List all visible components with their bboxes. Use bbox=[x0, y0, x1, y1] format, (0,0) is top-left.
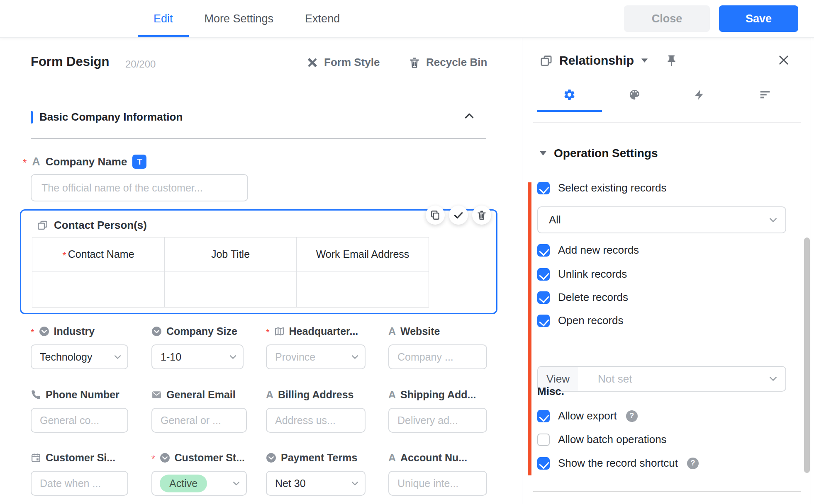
required-asterisk: * bbox=[266, 327, 270, 338]
shipping-address-input[interactable]: Delivery ad... bbox=[388, 408, 487, 433]
checkbox[interactable] bbox=[537, 410, 550, 422]
chevron-down-icon bbox=[229, 355, 236, 359]
form-style-button[interactable]: Form Style bbox=[306, 56, 380, 69]
checkbox-row-add-new-records[interactable]: Add new records bbox=[537, 244, 639, 257]
view-selector-dropdown[interactable]: View Not set bbox=[537, 366, 786, 392]
customer-status-dropdown[interactable]: Active bbox=[151, 471, 247, 496]
tab-advanced[interactable] bbox=[732, 79, 797, 110]
recycle-bin-button[interactable]: Recycle Bin bbox=[408, 56, 487, 69]
panel-header: Relationship bbox=[540, 53, 678, 68]
account-number-input[interactable]: Unique inte... bbox=[388, 471, 487, 496]
required-asterisk: * bbox=[31, 327, 34, 338]
billing-address-input[interactable]: Address us... bbox=[266, 408, 366, 433]
sort-bars-icon bbox=[759, 88, 771, 101]
misc-section-title: Misc. bbox=[537, 385, 564, 398]
checkbox[interactable] bbox=[537, 268, 550, 281]
contact-person-table: * Contact Name Job Title Work Email Addr… bbox=[32, 237, 429, 308]
pin-panel-icon[interactable] bbox=[665, 54, 678, 67]
tab-more-settings[interactable]: More Settings bbox=[189, 0, 290, 37]
field-customer-status: * Customer St... Active bbox=[151, 451, 247, 496]
top-bar: Edit More Settings Extend Close Save bbox=[0, 0, 814, 38]
single-select-icon bbox=[266, 453, 276, 463]
save-button[interactable]: Save bbox=[719, 5, 798, 32]
customer-since-date-input[interactable]: Date when ... bbox=[31, 471, 128, 496]
checkbox[interactable] bbox=[537, 182, 550, 194]
field-switcher-caret-down-icon[interactable] bbox=[641, 58, 648, 63]
industry-dropdown[interactable]: Technology bbox=[31, 344, 128, 369]
chevron-down-icon bbox=[769, 376, 777, 381]
general-email-input[interactable]: General or ... bbox=[151, 408, 247, 433]
tab-automation[interactable] bbox=[667, 79, 732, 110]
field-company-size: Company Size 1-10 bbox=[151, 325, 244, 369]
form-builder-window: Edit More Settings Extend Close Save For… bbox=[0, 0, 814, 504]
text-field-type-icon: A bbox=[388, 325, 396, 337]
checkbox-row-select-existing-records[interactable]: Select existing records bbox=[537, 182, 667, 194]
modified-settings-indicator-bar bbox=[528, 182, 531, 475]
checkbox-row-delete-records[interactable]: Delete records bbox=[537, 291, 628, 304]
website-input[interactable]: Company ... bbox=[388, 344, 487, 369]
map-icon bbox=[274, 326, 285, 337]
checkbox[interactable] bbox=[537, 457, 550, 470]
calendar-icon bbox=[31, 453, 41, 463]
field-action-buttons bbox=[426, 206, 491, 225]
chevron-down-icon bbox=[233, 481, 240, 486]
chevron-down-icon bbox=[769, 218, 777, 223]
table-header-work-email: Work Email Address bbox=[297, 237, 429, 271]
checkbox-row-unlink-records[interactable]: Unlink records bbox=[537, 268, 627, 281]
text-field-type-icon: A bbox=[388, 452, 396, 464]
title-field-badge: T bbox=[132, 155, 146, 169]
tab-edit[interactable]: Edit bbox=[138, 0, 189, 37]
single-select-icon bbox=[39, 326, 49, 337]
field-phone-number: Phone Number General co... bbox=[31, 388, 128, 433]
chevron-down-icon bbox=[351, 355, 358, 359]
checkbox-row-allow-batch-operations[interactable]: Allow batch operations bbox=[537, 433, 667, 446]
company-name-input[interactable]: The official name of the customer... bbox=[31, 174, 248, 201]
tab-appearance[interactable] bbox=[602, 79, 667, 110]
operation-settings-header[interactable]: Operation Settings bbox=[540, 147, 658, 160]
check-icon bbox=[453, 210, 464, 220]
chevron-down-icon bbox=[114, 355, 121, 359]
single-select-icon bbox=[160, 453, 170, 463]
checkbox[interactable] bbox=[537, 244, 550, 257]
relationship-field-icon bbox=[540, 54, 553, 67]
scrollbar-track-line bbox=[811, 0, 811, 504]
relationship-field-icon bbox=[37, 220, 48, 231]
record-scope-dropdown[interactable]: All bbox=[537, 206, 786, 233]
checkbox-row-open-records[interactable]: Open records bbox=[537, 314, 624, 327]
form-design-panel: Form Design 20/200 Form Style Recycle Bi… bbox=[0, 38, 522, 504]
lightning-icon bbox=[694, 89, 706, 101]
content-divider bbox=[533, 122, 801, 123]
checkbox[interactable] bbox=[537, 434, 550, 446]
required-asterisk: * bbox=[23, 158, 27, 168]
close-button[interactable]: Close bbox=[624, 5, 710, 32]
scrollbar-thumb[interactable] bbox=[804, 237, 810, 473]
delete-field-button[interactable] bbox=[472, 206, 491, 225]
phone-number-input[interactable]: General co... bbox=[31, 408, 128, 433]
headquarter-dropdown[interactable]: Province bbox=[266, 344, 366, 369]
section-accent-bar bbox=[31, 111, 33, 124]
field-payment-terms: Payment Terms Net 30 bbox=[266, 451, 366, 496]
checkbox-row-allow-export[interactable]: Allow export ? bbox=[537, 410, 638, 422]
payment-terms-dropdown[interactable]: Net 30 bbox=[266, 471, 366, 496]
checkbox[interactable] bbox=[537, 291, 550, 304]
tab-field-settings[interactable] bbox=[537, 79, 602, 110]
collapse-section-chevron-up-icon[interactable] bbox=[465, 113, 474, 119]
duplicate-field-button[interactable] bbox=[426, 206, 445, 225]
company-size-dropdown[interactable]: 1-10 bbox=[151, 344, 244, 369]
gear-icon bbox=[563, 88, 576, 101]
topbar-actions: Close Save bbox=[624, 5, 798, 32]
required-asterisk: * bbox=[62, 251, 66, 261]
trash-icon bbox=[476, 210, 487, 220]
checkbox-row-show-record-shortcut[interactable]: Show the record shortcut ? bbox=[537, 457, 699, 470]
page-title: Form Design bbox=[31, 54, 109, 69]
field-account-number: A Account Nu... Unique inte... bbox=[388, 451, 487, 496]
help-icon[interactable]: ? bbox=[626, 410, 638, 422]
close-panel-icon[interactable] bbox=[778, 54, 790, 66]
caret-down-icon bbox=[540, 151, 546, 155]
confirm-field-button[interactable] bbox=[449, 206, 468, 225]
contact-person-field-card[interactable]: Contact Person(s) * Contact Name Job Tit… bbox=[20, 209, 497, 314]
contact-person-label: Contact Person(s) bbox=[37, 219, 147, 232]
help-icon[interactable]: ? bbox=[687, 458, 699, 469]
tab-extend[interactable]: Extend bbox=[289, 0, 356, 37]
checkbox[interactable] bbox=[537, 315, 550, 327]
